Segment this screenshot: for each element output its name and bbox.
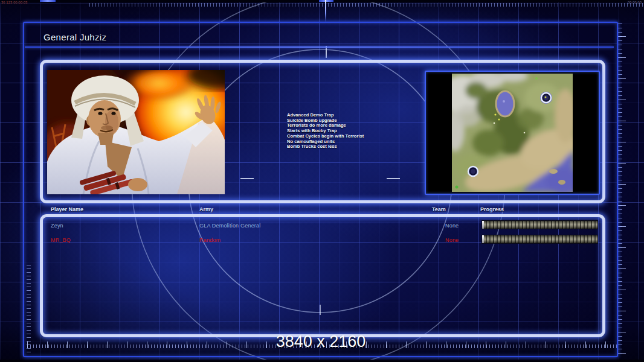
player-team: None: [445, 237, 459, 243]
column-header-team: Team: [432, 206, 446, 212]
page-title: General Juhziz: [43, 32, 106, 42]
player-progress-bar: [481, 235, 598, 244]
resolution-watermark: 3840 x 2160: [276, 332, 366, 351]
player-name: Zeyn: [51, 223, 63, 229]
player-team: None: [445, 223, 459, 229]
start-position-marker: [468, 167, 478, 176]
column-header-progress: Progress: [480, 206, 504, 212]
top-ruler: [89, 3, 644, 7]
players-panel: [40, 214, 605, 337]
title-divider: [25, 46, 614, 48]
loading-screen: 36 123 00:00:03 00:00:00 General Juhziz: [0, 0, 644, 362]
minimap-panel: [425, 71, 600, 195]
player-name: MR_BQ: [51, 237, 71, 243]
player-army: GLA Demolition General: [199, 223, 260, 229]
debug-counter-text: 36 123 00:00:03: [1, 1, 27, 4]
ability-line: Bomb Trucks cost less: [287, 144, 432, 150]
center-tick-mark: [325, 0, 326, 22]
column-header-player-name: Player Name: [51, 206, 83, 212]
progress-fill: [482, 221, 597, 229]
player-progress-bar: [481, 220, 598, 229]
bottom-edge-strip: [0, 360, 644, 362]
column-header-army: Army: [199, 206, 213, 212]
debug-timer-text: 00:00:00: [628, 1, 642, 4]
progress-fill: [482, 235, 597, 243]
minimap-image: [452, 74, 573, 192]
right-ruler: [618, 23, 622, 354]
top-edge-dash: [319, 0, 333, 2]
player-army: Random: [199, 237, 221, 243]
right-ruler-major-ticks: [618, 23, 626, 354]
start-position-marker: [540, 92, 552, 104]
general-portrait-image: [47, 70, 225, 194]
general-abilities-list: Advanced Demo Trap Suicide Bomb upgrade …: [287, 113, 432, 150]
top-edge-dash: [40, 0, 56, 2]
